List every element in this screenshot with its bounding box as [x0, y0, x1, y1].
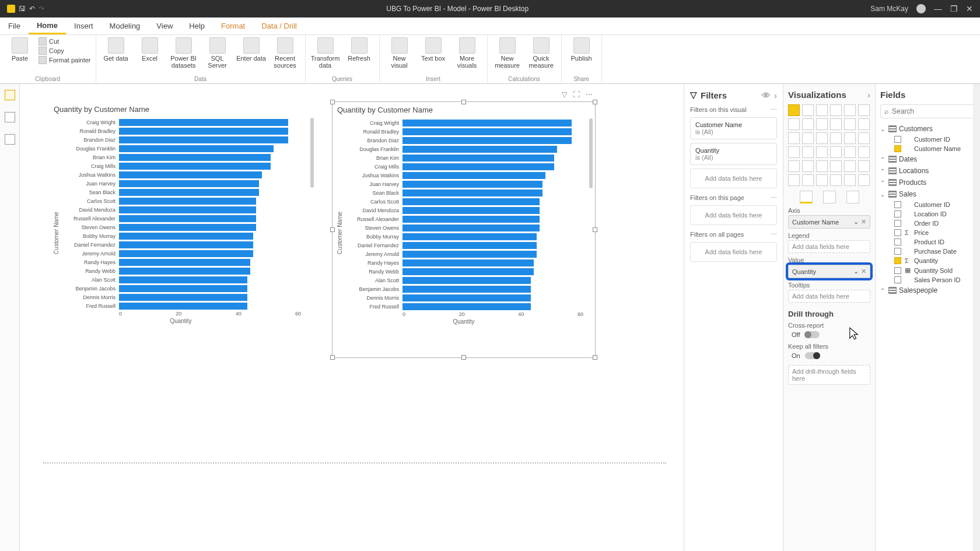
remove-field-icon[interactable]: ✕ — [861, 218, 866, 226]
format-tab-icon[interactable] — [823, 191, 836, 203]
checkbox[interactable] — [894, 229, 901, 236]
viz-type-icon[interactable] — [816, 118, 828, 130]
viz-type-icon[interactable] — [816, 160, 828, 172]
bar[interactable] — [402, 163, 554, 170]
bar[interactable] — [119, 128, 288, 135]
bar-row[interactable]: Carlos Scott — [119, 197, 301, 205]
collapse-icon[interactable]: › — [867, 90, 870, 100]
bar-row[interactable]: Randy Webb — [402, 268, 583, 276]
table-row[interactable]: ⌄Sales — [880, 188, 975, 200]
save-icon[interactable]: 🖫 — [19, 5, 26, 13]
bar-row[interactable]: Bobby Murray — [402, 233, 583, 241]
bar[interactable] — [119, 233, 253, 240]
checkbox[interactable] — [894, 257, 901, 264]
bar[interactable] — [119, 136, 288, 143]
field-row[interactable]: Customer Name — [880, 144, 975, 153]
bar-row[interactable]: Alan Scott — [119, 276, 301, 284]
maximize-button[interactable]: ❐ — [950, 4, 958, 13]
bar-row[interactable]: Dennis Morris — [119, 293, 301, 301]
bar[interactable] — [402, 268, 534, 275]
enter-data-button[interactable]: Enter data — [236, 37, 267, 62]
bar-row[interactable]: Alan Scott — [402, 276, 583, 285]
fields-tab-icon[interactable] — [800, 191, 813, 203]
undo-icon[interactable]: ↶ — [29, 5, 35, 13]
bar-row[interactable]: Fred Russell — [119, 302, 301, 310]
excel-button[interactable]: Excel — [135, 37, 165, 62]
viz-type-icon[interactable] — [830, 104, 842, 116]
bar-row[interactable]: Jeremy Arnold — [119, 250, 301, 258]
bar-row[interactable]: Douglas Franklin — [119, 145, 301, 153]
field-row[interactable]: ΣQuantity — [880, 256, 975, 265]
bar[interactable] — [402, 146, 557, 153]
viz-type-icon[interactable] — [858, 104, 870, 116]
bar[interactable] — [119, 215, 256, 222]
bar-row[interactable]: Brandon Diaz — [119, 136, 301, 144]
filter-card[interactable]: Quantity is (All) — [690, 143, 777, 165]
chart-visual-1[interactable]: Quantity by Customer Name Customer Name … — [49, 101, 313, 358]
scrollbar[interactable] — [589, 118, 593, 188]
pbi-datasets-button[interactable]: Power BI datasets — [169, 37, 199, 69]
collapse-icon[interactable]: › — [774, 90, 777, 100]
checkbox[interactable] — [894, 145, 901, 152]
bar[interactable] — [119, 285, 247, 292]
field-row[interactable]: Customer ID — [880, 135, 975, 144]
viz-type-icon[interactable] — [858, 132, 870, 144]
bar[interactable] — [402, 128, 572, 135]
value-field-well[interactable]: Quantity ⌄✕ — [788, 265, 870, 278]
viz-type-icon[interactable] — [858, 146, 870, 158]
more-visuals-button[interactable]: More visuals — [452, 37, 482, 69]
close-button[interactable]: ✕ — [966, 4, 973, 13]
redo-icon[interactable]: ↷ — [38, 5, 44, 13]
drillthrough-field-well[interactable]: Add drill-through fields here — [788, 365, 870, 385]
report-view-icon[interactable] — [5, 90, 15, 100]
filter-card[interactable]: Customer Name is (All) — [690, 117, 777, 139]
avatar[interactable] — [916, 4, 926, 13]
section-more-icon[interactable]: ⋯ — [771, 106, 777, 114]
new-visual-button[interactable]: New visual — [384, 37, 415, 69]
bar[interactable] — [402, 294, 531, 301]
section-more-icon[interactable]: ⋯ — [771, 231, 777, 238]
bar[interactable] — [402, 259, 534, 266]
bar[interactable] — [402, 303, 531, 310]
viz-type-icon[interactable] — [788, 160, 800, 172]
transform-data-button[interactable]: Transform data — [310, 37, 341, 69]
bar-row[interactable]: Dennis Morris — [402, 294, 583, 302]
checkbox[interactable] — [894, 136, 901, 143]
menu-home[interactable]: Home — [29, 17, 66, 34]
bar[interactable] — [119, 119, 288, 126]
checkbox[interactable] — [894, 248, 901, 255]
bar[interactable] — [402, 172, 545, 179]
bar[interactable] — [402, 189, 542, 196]
menu-data-drill[interactable]: Data / Drill — [253, 17, 305, 34]
bar-row[interactable]: Brian Kim — [402, 154, 583, 162]
table-row[interactable]: ⌃Products — [880, 177, 975, 188]
filter-drop-all[interactable]: Add data fields here — [690, 242, 777, 262]
search-input[interactable]: ⌕ — [880, 104, 975, 118]
viz-type-icon[interactable] — [788, 118, 800, 130]
field-row[interactable]: Customer ID — [880, 200, 975, 209]
bar[interactable] — [119, 250, 253, 257]
field-row[interactable]: ▦Quantity Sold — [880, 265, 975, 275]
bar-row[interactable]: Brian Kim — [119, 153, 301, 162]
cut-button[interactable]: Cut — [38, 37, 91, 45]
bar-row[interactable]: Daniel Fernandez — [402, 241, 583, 250]
viz-type-icon[interactable] — [816, 132, 828, 144]
bar-row[interactable]: Brandon Diaz — [402, 136, 583, 145]
bar[interactable] — [402, 233, 537, 240]
bar-row[interactable]: Jeremy Arnold — [402, 250, 583, 258]
bar-row[interactable]: Craig Wright — [119, 118, 301, 127]
data-view-icon[interactable] — [5, 112, 15, 122]
viz-type-icon[interactable] — [788, 146, 800, 158]
table-row[interactable]: ⌄Customers — [880, 123, 975, 135]
viz-type-icon[interactable] — [858, 118, 870, 130]
viz-type-icon[interactable] — [830, 118, 842, 130]
field-row[interactable]: Product ID — [880, 237, 975, 247]
field-row[interactable]: Sales Person ID — [880, 275, 975, 285]
viz-type-icon[interactable] — [816, 146, 828, 158]
bar[interactable] — [402, 277, 531, 284]
menu-file[interactable]: File — [0, 17, 29, 34]
report-canvas[interactable]: Quantity by Customer Name Customer Name … — [20, 84, 684, 551]
bar-row[interactable]: David Mendoza — [402, 206, 583, 215]
bar-row[interactable]: Sean Black — [402, 189, 583, 197]
filter-icon[interactable]: ▽ — [562, 90, 567, 99]
